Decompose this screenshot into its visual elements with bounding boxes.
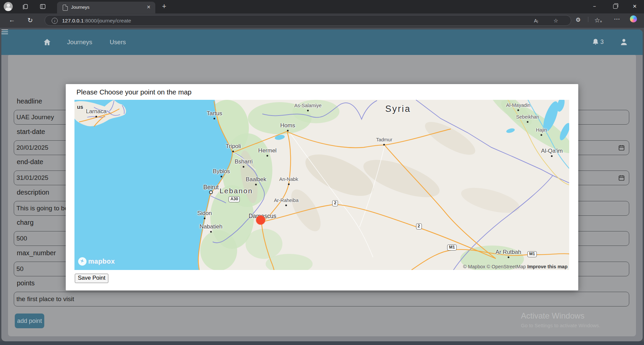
- map-label-al-mayadin: Al-Mayadin: [506, 102, 531, 108]
- road-shield-m1-3: M1: [447, 245, 457, 251]
- map-dot-hermel: [267, 155, 268, 156]
- road-shield-2-2: 2: [416, 223, 422, 229]
- app-navbar: Journeys Users 3: [1, 29, 643, 55]
- map-dot-hajin: [541, 134, 542, 136]
- browser-profile-avatar[interactable]: [4, 2, 13, 11]
- notification-count: 3: [600, 39, 604, 46]
- nav-link-journeys[interactable]: Journeys: [67, 39, 92, 46]
- map-label-syria: Syria: [385, 104, 411, 114]
- map-dot-al-mayadin: [518, 109, 519, 111]
- activate-windows-watermark: Activate Windows: [521, 311, 584, 321]
- map-dot-ar-raheiba: [285, 205, 287, 206]
- favorites-hub-icon[interactable]: ☆≡: [594, 16, 601, 24]
- home-icon[interactable]: [43, 38, 51, 46]
- map-attribution: © Mapbox © OpenStreetMap Improve this ma…: [463, 264, 568, 269]
- browser-tab[interactable]: Journeys ✕: [57, 2, 155, 13]
- read-aloud-icon[interactable]: A): [534, 18, 538, 23]
- map-label-bsharri: Bsharri: [235, 158, 253, 165]
- map-dot-tadmur: [383, 144, 385, 145]
- road-shield-m1-4: M1: [528, 251, 537, 257]
- road-shield-2-1: 2: [332, 200, 338, 206]
- mapbox-logo[interactable]: mapbox: [78, 257, 115, 266]
- map-label-byblos: Byblos: [213, 168, 230, 175]
- map-label-ar-rutbah: Ar Rutbah: [495, 249, 521, 256]
- field-label-max_number: max_number: [17, 249, 56, 257]
- map-label-homs: Homs: [280, 122, 295, 129]
- user-profile-icon[interactable]: [620, 38, 628, 46]
- browser-addressbar: ← ↻ i 127.0.0.1:8000/journey/create A) ☆…: [0, 13, 644, 28]
- field-value-charg: 500: [16, 235, 27, 242]
- site-info-icon[interactable]: i: [52, 18, 58, 24]
- field-value-end-date: 31/01/2025: [16, 174, 48, 181]
- map-dot-as-salamiye: [307, 110, 309, 111]
- map-label-al-qa-im: Al-Qa'im: [541, 148, 563, 154]
- map-dot-sidon: [204, 217, 205, 219]
- url-host: 127.0.0.1: [62, 18, 84, 23]
- map-dot-al-qa-im: [551, 155, 553, 157]
- minimize-button[interactable]: −: [593, 3, 596, 9]
- url-text[interactable]: 127.0.0.1:8000/journey/create: [62, 18, 131, 24]
- back-icon[interactable]: ←: [9, 16, 15, 24]
- improve-map-link[interactable]: Improve this map: [527, 264, 568, 269]
- field-label-description: description: [17, 189, 49, 196]
- tab-close-icon[interactable]: ✕: [147, 4, 151, 10]
- field-value-description: This is going to be o: [16, 205, 73, 212]
- map-dot-nabatieh: [210, 231, 212, 232]
- map-terrain: [74, 100, 569, 270]
- map-label-sidon: Sidon: [197, 210, 212, 217]
- map-dot-byblos: [221, 176, 222, 177]
- map-dot-larnaca: [95, 116, 97, 118]
- field-value-headline: UAE Journey: [16, 114, 54, 121]
- mapbox-logo-icon: [78, 257, 87, 266]
- mapbox-map[interactable]: usLarnacaTartusHomsAs-SalamiyeSyriaTadmu…: [74, 100, 569, 270]
- restore-button[interactable]: [613, 4, 618, 9]
- field-input-points[interactable]: the first place to visit: [14, 292, 629, 306]
- calendar-icon[interactable]: [618, 144, 625, 151]
- browser-titlebar: Journeys ✕ + − ✕: [0, 0, 644, 13]
- close-window-button[interactable]: ✕: [633, 3, 637, 9]
- map-picker-modal: Please Choose your point on the map: [66, 84, 578, 290]
- add-point-button[interactable]: add point: [15, 314, 44, 328]
- map-label-baalbek: Baalbek: [246, 176, 266, 183]
- notifications-bell-icon[interactable]: [592, 38, 599, 46]
- screen: Journeys ✕ + − ✕ ← ↻ i 127.0.0.1:8000/jo…: [0, 0, 644, 345]
- field-label-points: points: [17, 279, 35, 287]
- page-favicon: [63, 5, 68, 11]
- map-dot-ar-rutbah: [507, 257, 509, 258]
- map-label-as-salamiye: As-Salamiye: [294, 103, 321, 108]
- extensions-icon[interactable]: ⚙: [576, 16, 581, 23]
- map-dot-tripoli: [232, 151, 234, 152]
- url-bar[interactable]: i 127.0.0.1:8000/journey/create A) ☆: [45, 15, 571, 26]
- url-path: :8000/journey/create: [84, 18, 131, 23]
- field-label-headline: headline: [17, 97, 42, 105]
- attribution-mapbox[interactable]: © Mapbox: [463, 264, 485, 269]
- map-label-us: us: [77, 104, 83, 110]
- menu-icon[interactable]: [1, 29, 8, 35]
- road-shield-a30-0: A30: [229, 196, 240, 202]
- modal-title: Please Choose your point on the map: [76, 88, 192, 96]
- refresh-icon[interactable]: ↻: [28, 16, 33, 24]
- calendar-icon[interactable]: [618, 175, 625, 181]
- field-label-start-date: start-date: [17, 128, 45, 136]
- favorite-star-icon[interactable]: ☆: [553, 17, 558, 24]
- attribution-osm[interactable]: © OpenStreetMap: [487, 264, 526, 269]
- copilot-icon[interactable]: [630, 15, 637, 22]
- selected-point-marker[interactable]: [256, 216, 265, 225]
- map-dot-an-nabk: [288, 184, 289, 185]
- save-point-button[interactable]: Save Point: [75, 274, 108, 283]
- map-label-beirut: Beirut: [203, 184, 219, 191]
- map-label-hermel: Hermel: [258, 147, 277, 154]
- new-tab-button[interactable]: +: [162, 2, 166, 11]
- map-label-ar-raheiba: Ar-Raheiba: [274, 198, 299, 203]
- tab-actions-icon[interactable]: [40, 3, 46, 10]
- nav-link-users[interactable]: Users: [110, 39, 126, 46]
- map-label-tripoli: Tripoli: [226, 143, 241, 150]
- app-footer-bar: [0, 341, 644, 345]
- map-dot-tartus: [214, 118, 215, 120]
- more-options-icon[interactable]: ⋯: [614, 15, 620, 23]
- field-label-charg: charg: [17, 219, 34, 226]
- map-dot-bsharri: [243, 166, 245, 167]
- field-value-max_number: 50: [16, 265, 23, 272]
- workspaces-icon[interactable]: [22, 3, 29, 10]
- map-label-tadmur: Tadmur: [376, 137, 392, 142]
